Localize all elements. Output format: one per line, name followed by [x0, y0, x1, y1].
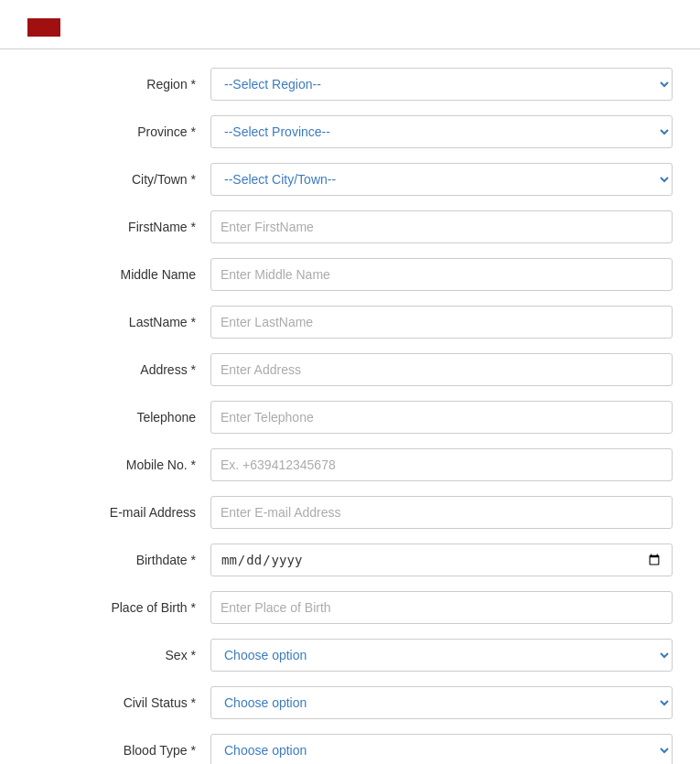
label-mobile: Mobile No. *	[27, 457, 210, 472]
form-row-province: Province *--Select Province--	[27, 115, 673, 148]
label-sex: Sex *	[27, 648, 210, 662]
form-row-birthdate: Birthdate *	[27, 543, 673, 576]
input-bloodtype[interactable]: Choose optionA+A-B+B-AB+AB-O+O-	[210, 734, 673, 764]
input-civilstatus[interactable]: Choose optionSingleMarriedWidowedSeparat…	[210, 686, 673, 719]
input-middlename[interactable]	[210, 258, 673, 291]
form-row-sex: Sex *Choose optionMaleFemale	[27, 639, 673, 672]
form-row-email: E-mail Address	[27, 496, 673, 529]
label-telephone: Telephone	[27, 410, 210, 425]
label-city: City/Town *	[27, 172, 210, 187]
form-row-region: Region *--Select Region--	[27, 68, 673, 101]
label-middlename: Middle Name	[27, 267, 210, 282]
form-row-telephone: Telephone	[27, 401, 673, 434]
input-province[interactable]: --Select Province--	[210, 115, 673, 148]
input-firstname[interactable]	[210, 210, 673, 243]
input-birthplace[interactable]	[210, 591, 673, 624]
form-row-middlename: Middle Name	[27, 258, 673, 291]
form-row-address: Address *	[27, 353, 673, 386]
form-row-civilstatus: Civil Status *Choose optionSingleMarried…	[27, 686, 673, 719]
label-firstname: FirstName *	[27, 220, 210, 234]
input-city[interactable]: --Select City/Town--	[210, 163, 673, 196]
input-lastname[interactable]	[210, 306, 673, 339]
form-row-birthplace: Place of Birth *	[27, 591, 673, 624]
input-sex[interactable]: Choose optionMaleFemale	[210, 639, 673, 672]
label-civilstatus: Civil Status *	[27, 695, 210, 710]
form-row-mobile: Mobile No. *	[27, 448, 673, 481]
label-birthdate: Birthdate *	[27, 553, 210, 567]
input-address[interactable]	[210, 353, 673, 386]
form-container: Region *--Select Region--Province *--Sel…	[0, 68, 700, 764]
form-row-firstname: FirstName *	[27, 210, 673, 243]
form-row-city: City/Town *--Select City/Town--	[27, 163, 673, 196]
input-email[interactable]	[210, 496, 673, 529]
input-mobile[interactable]	[210, 448, 673, 481]
label-bloodtype: Blood Type *	[27, 743, 210, 758]
label-lastname: LastName *	[27, 315, 210, 329]
form-row-lastname: LastName *	[27, 306, 673, 339]
input-telephone[interactable]	[210, 401, 673, 434]
input-region[interactable]: --Select Region--	[210, 68, 673, 101]
page-container: Region *--Select Region--Province *--Sel…	[0, 0, 700, 764]
form-row-bloodtype: Blood Type *Choose optionA+A-B+B-AB+AB-O…	[27, 734, 673, 764]
input-birthdate[interactable]	[210, 543, 673, 576]
divider	[0, 48, 700, 49]
label-region: Region *	[27, 77, 210, 91]
label-birthplace: Place of Birth *	[27, 600, 210, 615]
label-email: E-mail Address	[27, 505, 210, 520]
page-title	[27, 18, 60, 37]
label-address: Address *	[27, 362, 210, 377]
label-province: Province *	[27, 124, 210, 139]
